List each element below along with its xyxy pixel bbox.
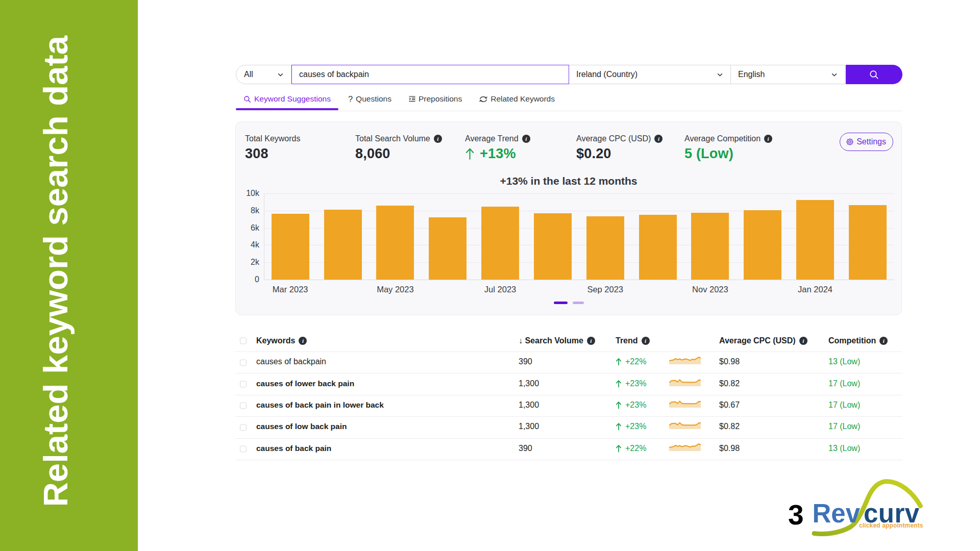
svg-text:clicked appointments: clicked appointments	[859, 522, 923, 529]
svg-text:Rev: Rev	[813, 499, 861, 528]
